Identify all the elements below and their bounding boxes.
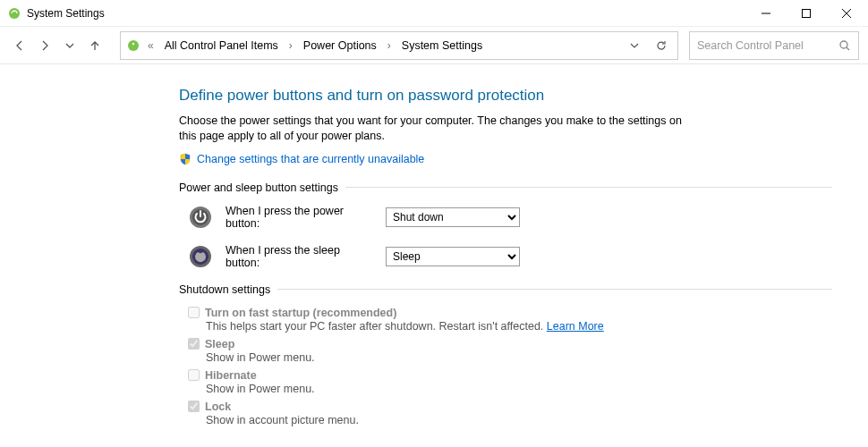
fast-startup-desc: This helps start your PC faster after sh… — [206, 320, 832, 333]
change-settings-link[interactable]: Change settings that are currently unava… — [197, 153, 424, 165]
lock-desc: Show in account picture menu. — [206, 414, 832, 426]
uac-line: Change settings that are currently unava… — [179, 153, 832, 165]
breadcrumb-root[interactable]: All Control Panel Items — [161, 38, 282, 54]
sleep-button-label: When I press the sleep button: — [226, 244, 373, 269]
chevron-left-icon: « — [146, 39, 156, 52]
chevron-right-icon: › — [287, 39, 294, 52]
hibernate-label: Hibernate — [205, 369, 257, 382]
up-button[interactable] — [84, 35, 106, 56]
refresh-button[interactable] — [651, 35, 672, 56]
breadcrumb-item-1[interactable]: Power Options — [300, 38, 380, 54]
search-input[interactable] — [697, 39, 838, 52]
group-title-power-sleep: Power and sleep button settings — [179, 181, 338, 194]
sleep-button-icon — [188, 244, 213, 269]
power-button-icon — [188, 205, 213, 230]
sleep-label: Sleep — [205, 338, 234, 350]
group-title-shutdown: Shutdown settings — [179, 283, 270, 296]
location-icon — [126, 38, 140, 53]
svg-point-0 — [9, 8, 20, 19]
maximize-button[interactable] — [786, 0, 826, 27]
forward-button[interactable] — [34, 35, 55, 56]
lock-checkbox[interactable] — [188, 401, 200, 412]
svg-line-9 — [847, 47, 849, 50]
fast-startup-label: Turn on fast startup (recommended) — [205, 307, 396, 319]
shield-icon — [179, 153, 191, 165]
power-button-label: When I press the power button: — [226, 205, 373, 230]
content-area: Define power buttons and turn on passwor… — [0, 64, 868, 447]
recent-locations-button[interactable] — [59, 35, 81, 56]
close-button[interactable] — [826, 0, 866, 27]
minimize-button[interactable] — [745, 0, 786, 27]
power-button-select[interactable]: Shut down — [386, 207, 520, 227]
address-dropdown-button[interactable] — [624, 35, 645, 56]
lock-label: Lock — [205, 401, 231, 413]
sleep-checkbox[interactable] — [188, 338, 200, 350]
divider — [345, 187, 832, 188]
svg-point-1 — [13, 10, 15, 12]
page-heading: Define power buttons and turn on passwor… — [179, 87, 832, 105]
svg-point-7 — [132, 42, 134, 44]
svg-point-6 — [128, 40, 139, 51]
breadcrumb-current[interactable]: System Settings — [398, 38, 486, 54]
svg-rect-3 — [802, 9, 810, 17]
app-icon — [7, 6, 21, 21]
search-box[interactable] — [689, 31, 859, 60]
search-icon — [838, 39, 851, 52]
window-title: System Settings — [27, 7, 105, 20]
sleep-button-select[interactable]: Sleep — [386, 247, 520, 266]
back-button[interactable] — [9, 35, 30, 56]
hibernate-checkbox[interactable] — [188, 369, 200, 381]
page-subtext: Choose the power settings that you want … — [179, 114, 689, 144]
titlebar: System Settings — [0, 0, 868, 27]
toolbar: « All Control Panel Items › Power Option… — [0, 27, 868, 64]
divider — [277, 289, 832, 290]
sleep-desc: Show in Power menu. — [206, 351, 832, 364]
chevron-right-icon: › — [386, 39, 393, 52]
hibernate-desc: Show in Power menu. — [206, 383, 832, 395]
svg-point-8 — [840, 41, 847, 48]
fast-startup-checkbox[interactable] — [188, 307, 200, 318]
learn-more-link[interactable]: Learn More — [547, 320, 604, 333]
address-bar[interactable]: « All Control Panel Items › Power Option… — [120, 31, 678, 60]
